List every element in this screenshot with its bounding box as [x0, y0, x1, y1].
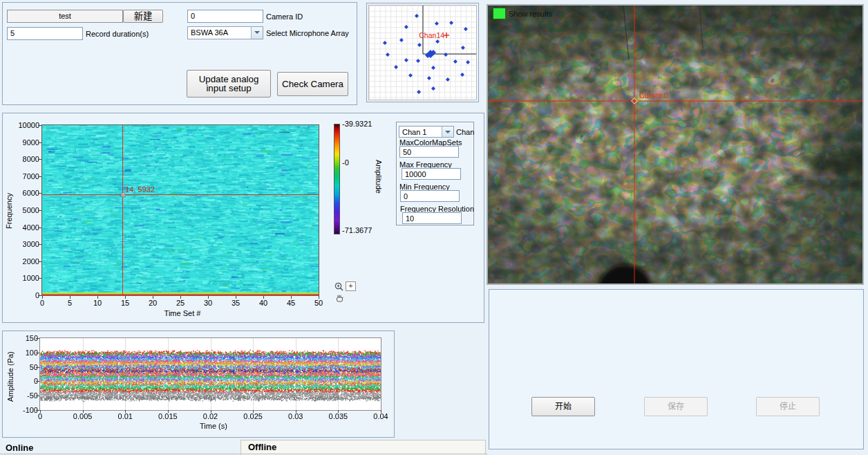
- spectrogram-x-tickmark: [319, 296, 319, 299]
- mic-array-panel: Chan14: [366, 3, 479, 102]
- waveform-y-tick-label: 0: [6, 377, 38, 385]
- spectrogram-x-tick-label: 20: [140, 299, 165, 307]
- spectrogram-x-tick-label: 10: [85, 299, 110, 307]
- mic-point: [460, 73, 464, 77]
- spectrogram-y-tickmark: [38, 159, 41, 160]
- waveform-x-tick-label: 0.04: [368, 412, 393, 420]
- colorbar-axis-label: Amplitude: [375, 160, 383, 194]
- save-button[interactable]: 保存: [644, 397, 708, 416]
- tab-strip-divider: [0, 454, 487, 454]
- colorbar-min-label: -71.3677: [342, 226, 372, 234]
- mic-array-plot[interactable]: Chan14: [368, 5, 477, 100]
- spectrogram-cursor-vline[interactable]: [122, 125, 123, 295]
- spectrogram-y-tickmark: [38, 125, 41, 126]
- channel-dropdown[interactable]: Chan 1: [399, 126, 454, 138]
- mic-point: [394, 65, 398, 69]
- waveform-canvas[interactable]: [40, 338, 381, 410]
- mic-point: [444, 53, 448, 57]
- spectrogram-y-tick-label: 10000: [8, 121, 39, 129]
- mic-point: [415, 14, 419, 18]
- spectrogram-x-tickmark: [208, 296, 209, 299]
- chan14-label: Chan14: [419, 31, 444, 39]
- mic-point: [417, 43, 422, 47]
- mic-point: [386, 53, 390, 57]
- waveform-x-tick-label: 0.03: [283, 412, 308, 420]
- waveform-x-tickmark: [125, 410, 126, 413]
- colorbar: [334, 124, 340, 234]
- spectrogram-y-tick-label: 3000: [8, 240, 39, 248]
- spectrogram-y-tickmark: [38, 261, 41, 262]
- mic-point: [431, 86, 435, 91]
- chevron-down-icon[interactable]: [251, 27, 263, 39]
- camera-id-label: Camera ID: [266, 12, 303, 21]
- mic-point: [446, 77, 450, 82]
- spectrogram-y-tick-label: 4000: [8, 223, 39, 232]
- waveform-x-tickmark: [381, 410, 381, 413]
- acoustic-map-image[interactable]: Cursor 0: [488, 6, 862, 284]
- spectrogram-x-tickmark: [42, 296, 43, 299]
- mic-point: [461, 46, 465, 50]
- spectrogram-x-tickmark: [153, 296, 153, 299]
- new-button[interactable]: 新建: [123, 10, 163, 23]
- show-results-indicator[interactable]: [493, 8, 506, 19]
- mic-point: [408, 73, 413, 77]
- spectrogram-y-tick-label: 7000: [8, 172, 39, 180]
- maxcolormapsets-field[interactable]: 50: [399, 146, 459, 158]
- mic-point: [404, 25, 408, 29]
- channel-value: Chan 1: [402, 128, 426, 137]
- spectrogram-x-tick-label: 5: [57, 299, 82, 307]
- frequency-resolution-field[interactable]: 10: [402, 212, 462, 224]
- waveform-y-tickmark: [36, 338, 39, 339]
- spectrogram-x-tick-label: 0: [30, 299, 55, 307]
- waveform-x-tickmark: [83, 410, 84, 413]
- waveform-panel: Amplitude (Pa) 150100500-50-10000.0050.0…: [2, 331, 395, 438]
- spectrogram-canvas[interactable]: [42, 125, 319, 295]
- spectrogram-x-tickmark: [291, 296, 292, 299]
- spectrogram-y-tickmark: [38, 244, 41, 245]
- zoom-tool-icon[interactable]: [334, 281, 345, 292]
- spectrogram-x-tickmark: [97, 296, 98, 299]
- waveform-x-tick-label: 0.035: [326, 412, 350, 420]
- spectrogram-y-tickmark: [38, 228, 41, 228]
- spectrogram-cursor-readout: 14, 5932: [125, 185, 155, 194]
- config-panel: test 新建 5 Record duration(s) 0 Camera ID…: [2, 2, 357, 105]
- check-camera-button[interactable]: Check Camera: [277, 72, 348, 96]
- cursor-tool-icon[interactable]: +: [346, 281, 356, 291]
- max-frequency-field[interactable]: 10000: [402, 168, 461, 180]
- analysis-controls-panel: Chan 1 Chan MaxColorMapSets 50 Max Frequ…: [396, 122, 474, 225]
- colorbar-max-label: -39.9321: [342, 120, 372, 128]
- spectrogram-y-tick-label: 2000: [8, 257, 39, 266]
- spectrogram-x-tickmark: [125, 296, 126, 299]
- waveform-x-tickmark: [338, 410, 339, 413]
- tab-online[interactable]: Online: [6, 443, 33, 453]
- spectrogram-y-tickmark: [38, 295, 41, 296]
- min-frequency-field[interactable]: 0: [400, 190, 460, 202]
- test-name-field[interactable]: test: [7, 10, 123, 23]
- mic-array-dropdown[interactable]: BSWA 36A: [187, 26, 263, 39]
- waveform-x-tick-label: 0.005: [70, 412, 95, 420]
- chevron-down-icon[interactable]: [442, 127, 453, 137]
- record-duration-field[interactable]: 5: [7, 27, 83, 40]
- mic-point: [464, 27, 468, 31]
- mic-point: [427, 76, 431, 80]
- show-results-label: Show results: [509, 10, 552, 18]
- camera-id-field[interactable]: 0: [187, 10, 263, 23]
- mic-point: [431, 66, 435, 70]
- spectrogram-x-tick-label: 40: [251, 299, 276, 307]
- stop-button[interactable]: 停止: [756, 397, 820, 416]
- update-analog-input-button[interactable]: Update analog input setup: [187, 70, 271, 98]
- tab-offline-label: Offline: [248, 442, 276, 452]
- spectrogram-x-tick-label: 50: [306, 299, 331, 307]
- pan-tool-icon[interactable]: [334, 293, 345, 304]
- spectrogram-y-tickmark: [38, 193, 41, 194]
- start-button[interactable]: 开始: [531, 397, 595, 416]
- mic-point: [416, 59, 420, 63]
- tab-offline[interactable]: Offline: [240, 440, 486, 455]
- spectrogram-cursor-hline[interactable]: [42, 194, 319, 195]
- spectrogram-y-tick-label: 1000: [8, 274, 39, 282]
- spectrogram-x-tickmark: [236, 296, 236, 299]
- spectrogram-y-tick-label: 5000: [8, 206, 39, 214]
- mic-point: [399, 38, 404, 42]
- waveform-y-tickmark: [36, 353, 39, 353]
- spectrogram-x-tickmark: [263, 296, 264, 299]
